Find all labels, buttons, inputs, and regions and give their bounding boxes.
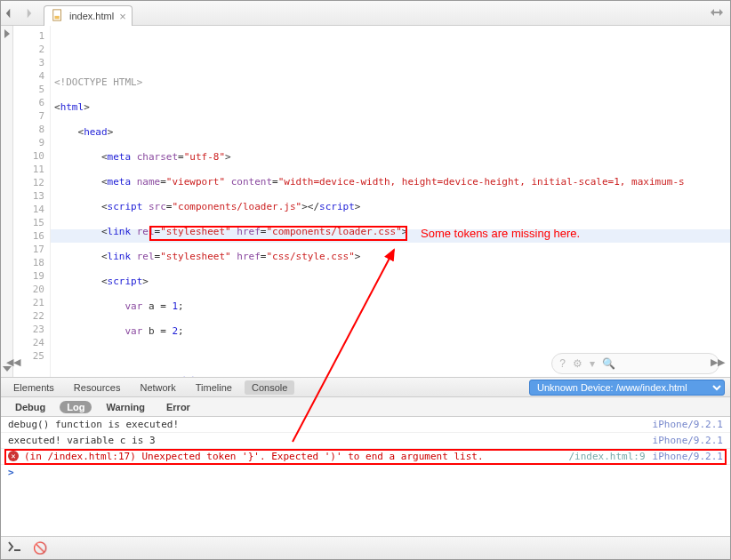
level-error[interactable]: Error (159, 401, 197, 413)
editor-left-gutter (1, 26, 13, 377)
scroll-right-icon[interactable]: ▶▶ (711, 356, 725, 368)
nav-back-forward[interactable] (4, 4, 36, 23)
console-device: iPhone/9.2.1 (653, 435, 723, 446)
log-level-tabs: Debug Log Warning Error (1, 397, 730, 417)
console-output: debug() function is executed! iPhone/9.2… (1, 417, 730, 504)
console-message: debug() function is executed! (8, 419, 646, 430)
tab-close-icon[interactable]: × (119, 10, 126, 23)
tab-elements[interactable]: Elements (6, 380, 61, 395)
clear-icon[interactable]: 🚫 (33, 541, 47, 555)
tab-console[interactable]: Console (245, 380, 294, 395)
tab-resources[interactable]: Resources (67, 380, 128, 395)
console-row: executed! variable c is 3 iPhone/9.2.1 (1, 433, 730, 449)
device-selector[interactable]: Unknown Device: /www/index.html (529, 380, 725, 396)
annotation-box-code (149, 226, 407, 241)
tab-timeline[interactable]: Timeline (189, 380, 239, 395)
svg-rect-2 (714, 12, 719, 13)
console-message: executed! variable c is 3 (8, 435, 646, 446)
editor-tab[interactable]: index.html × (44, 5, 133, 26)
scroll-left-icon[interactable]: ◀◀ (6, 356, 20, 368)
expand-icon[interactable] (711, 7, 723, 20)
console-toggle-icon[interactable] (8, 541, 22, 555)
code-line: <!DOCTYPE HTML> (54, 76, 142, 88)
console-device: iPhone/9.2.1 (653, 419, 723, 430)
code-editor: 1234567891011121314151617181920212223242… (1, 26, 730, 378)
level-log[interactable]: Log (60, 401, 92, 413)
annotation-box-console (4, 449, 727, 465)
html-file-icon (52, 9, 64, 24)
level-warning[interactable]: Warning (99, 401, 152, 413)
line-numbers: 1234567891011121314151617181920212223242… (13, 26, 51, 377)
console-row: debug() function is executed! iPhone/9.2… (1, 417, 730, 433)
footer-toolbar: 🚫 (1, 536, 730, 559)
chevron-right-icon[interactable] (3, 29, 12, 38)
annotation-text: Some tokens are missing here. (421, 227, 580, 240)
svg-rect-1 (55, 15, 60, 19)
tab-network[interactable]: Network (133, 380, 182, 395)
level-debug[interactable]: Debug (8, 401, 52, 413)
devtools-tabs: Elements Resources Network Timeline Cons… (1, 378, 730, 397)
code-area[interactable]: <!DOCTYPE HTML> <html> <head> <meta char… (51, 26, 730, 377)
console-prompt[interactable]: > (1, 465, 730, 480)
titlebar: index.html × (1, 1, 730, 26)
tab-filename: index.html (69, 11, 114, 21)
